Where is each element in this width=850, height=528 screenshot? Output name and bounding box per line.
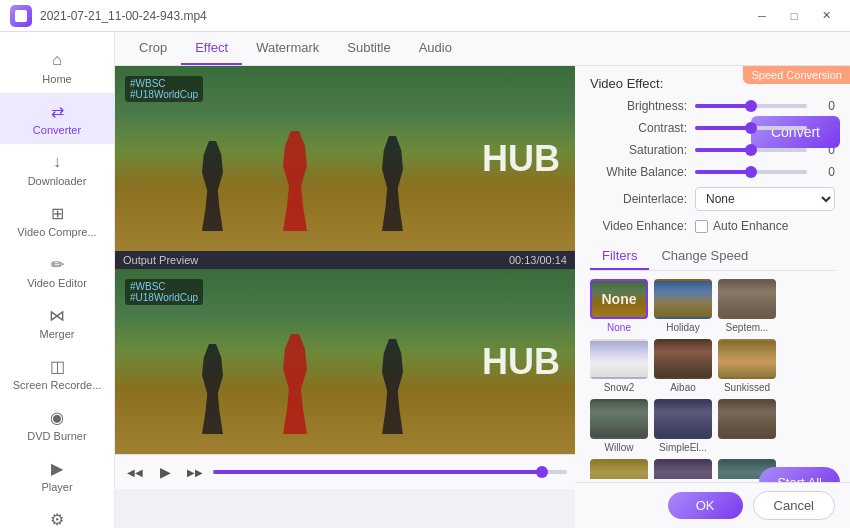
home-icon	[47, 50, 67, 70]
merger-icon	[47, 305, 67, 325]
sidebar-item-toolbox[interactable]: Toolbox	[0, 501, 114, 528]
sidebar-item-screen[interactable]: Screen Recorde...	[0, 348, 114, 399]
filter-thumb-none: None	[590, 279, 648, 319]
filter-row3a[interactable]	[718, 399, 776, 453]
cancel-button[interactable]: Cancel	[753, 491, 835, 520]
tab-bar: Crop Effect Watermark Subtitle Audio	[115, 32, 850, 66]
sidebar-item-merger[interactable]: Merger	[0, 297, 114, 348]
auto-enhance-checkbox-label[interactable]: Auto Enhance	[695, 219, 788, 233]
tab-subtitle[interactable]: Subtitle	[333, 32, 404, 65]
brightness-fill	[695, 104, 751, 108]
filter-label-aibao: Aibao	[670, 382, 696, 393]
tab-filters[interactable]: Filters	[590, 243, 649, 270]
sidebar-label-dvd: DVD Burner	[27, 430, 86, 442]
tab-effect[interactable]: Effect	[181, 32, 242, 65]
window-controls: ─ □ ✕	[748, 5, 840, 27]
prev-button[interactable]	[123, 460, 147, 484]
contrast-thumb[interactable]	[745, 122, 757, 134]
sidebar-item-editor[interactable]: Video Editor	[0, 246, 114, 297]
white-balance-slider[interactable]	[695, 170, 807, 174]
auto-enhance-text: Auto Enhance	[713, 219, 788, 233]
filter-snow2[interactable]: Snow2	[590, 339, 648, 393]
filter-label-holiday: Holiday	[666, 322, 699, 333]
video-scene-top: HUB #WBSC#U18WorldCup	[115, 66, 575, 251]
saturation-slider[interactable]	[695, 148, 807, 152]
converter-icon	[47, 101, 67, 121]
progress-bar[interactable]	[213, 470, 567, 474]
convert-button[interactable]: Convert	[751, 116, 840, 148]
sidebar-item-converter[interactable]: Converter	[0, 93, 114, 144]
minimize-button[interactable]: ─	[748, 5, 776, 27]
brightness-value: 0	[815, 99, 835, 113]
sidebar-item-compress[interactable]: Video Compre...	[0, 195, 114, 246]
convert-area: Convert	[751, 116, 840, 148]
tab-change-speed[interactable]: Change Speed	[649, 243, 760, 270]
brightness-thumb[interactable]	[745, 100, 757, 112]
saturation-thumb[interactable]	[745, 144, 757, 156]
player-controls	[115, 454, 575, 489]
timestamp-display: 00:13/00:14	[509, 254, 567, 266]
compress-icon	[47, 203, 67, 223]
auto-enhance-checkbox[interactable]	[695, 220, 708, 233]
tab-watermark[interactable]: Watermark	[242, 32, 333, 65]
deinterlace-select[interactable]: None Frame Field Blend	[695, 187, 835, 211]
brightness-row: Brightness: 0	[590, 99, 835, 113]
sidebar-label-editor: Video Editor	[27, 277, 87, 289]
filter-row3b[interactable]	[590, 459, 648, 479]
filter-septem[interactable]: Septem...	[718, 279, 776, 333]
ok-button[interactable]: OK	[668, 492, 743, 519]
editor-icon	[47, 254, 67, 274]
sidebar-item-home[interactable]: Home	[0, 42, 114, 93]
sidebar-label-merger: Merger	[40, 328, 75, 340]
filter-label-snow2: Snow2	[604, 382, 635, 393]
filter-willow[interactable]: Willow	[590, 399, 648, 453]
filter-thumb-holiday	[654, 279, 712, 319]
tab-audio[interactable]: Audio	[405, 32, 466, 65]
maximize-button[interactable]: □	[780, 5, 808, 27]
contrast-slider[interactable]	[695, 126, 807, 130]
filter-thumb-row3a	[718, 399, 776, 439]
filter-thumb-aibao	[654, 339, 712, 379]
video-badge-bottom: #WBSC#U18WorldCup	[125, 279, 203, 305]
saturation-fill	[695, 148, 751, 152]
sidebar-item-downloader[interactable]: Downloader	[0, 144, 114, 195]
video-hub-text-bottom: HUB	[482, 341, 560, 383]
filter-thumb-snow2	[590, 339, 648, 379]
saturation-label: Saturation:	[590, 143, 695, 157]
deinterlace-row: Deinterlace: None Frame Field Blend	[590, 187, 835, 211]
sidebar-label-compress: Video Compre...	[17, 226, 96, 238]
next-button[interactable]	[183, 460, 207, 484]
filter-thumb-septem	[718, 279, 776, 319]
sidebar-label-converter: Converter	[33, 124, 81, 136]
sidebar-item-dvd[interactable]: DVD Burner	[0, 399, 114, 450]
white-balance-thumb[interactable]	[745, 166, 757, 178]
filter-label-none: None	[607, 322, 631, 333]
filter-thumb-row3b	[590, 459, 648, 479]
tab-crop[interactable]: Crop	[125, 32, 181, 65]
app-icon	[10, 5, 32, 27]
filter-holiday[interactable]: Holiday	[654, 279, 712, 333]
video-column: HUB #WBSC#U18WorldCup Output Preview 00:…	[115, 66, 575, 528]
sidebar-item-player[interactable]: Player	[0, 450, 114, 501]
video-hub-text: HUB	[482, 138, 560, 180]
filter-aibao[interactable]: Aibao	[654, 339, 712, 393]
filter-sunkissed[interactable]: Sunkissed	[718, 339, 776, 393]
filters-grid: None None Holiday Septem...	[590, 279, 835, 479]
filter-simpleel[interactable]: SimpleEl...	[654, 399, 712, 453]
contrast-fill	[695, 126, 751, 130]
filter-none[interactable]: None None	[590, 279, 648, 333]
speed-conversion-button[interactable]: Speed Conversion	[743, 66, 850, 84]
white-balance-label: White Balance:	[590, 165, 695, 179]
filter-thumb-simpleel	[654, 399, 712, 439]
white-balance-fill	[695, 170, 751, 174]
downloader-icon	[47, 152, 67, 172]
filter-row3c[interactable]	[654, 459, 712, 479]
content-area: Crop Effect Watermark Subtitle Audio	[115, 32, 850, 528]
brightness-slider[interactable]	[695, 104, 807, 108]
filter-label-sunkissed: Sunkissed	[724, 382, 770, 393]
right-container: Speed Conversion Convert Video Effect: B…	[575, 66, 850, 528]
close-button[interactable]: ✕	[812, 5, 840, 27]
video-scene-bottom: HUB #WBSC#U18WorldCup	[115, 269, 575, 454]
bottom-bar: OK Cancel	[575, 482, 850, 528]
play-button[interactable]	[153, 460, 177, 484]
